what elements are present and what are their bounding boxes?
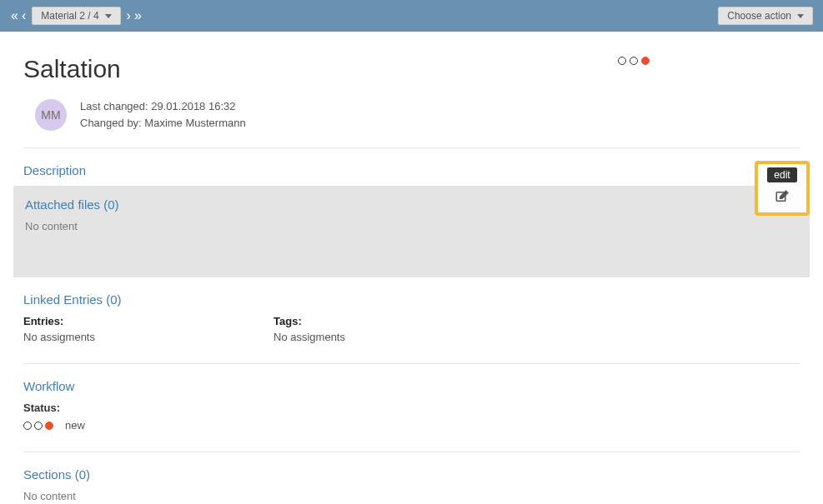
chevron-last-icon: »	[133, 8, 143, 23]
nav-next-last[interactable]: › »	[126, 8, 143, 23]
dot-filled-icon	[641, 57, 650, 65]
edit-highlight-box: edit	[755, 161, 810, 216]
status-value: new	[65, 419, 85, 432]
description-heading[interactable]: Description	[23, 163, 800, 177]
last-changed-text: Last changed: 29.01.2018 16:32	[80, 98, 246, 115]
choose-action-button[interactable]: Choose action	[718, 7, 813, 25]
sections-no-content: No content	[23, 490, 800, 502]
choose-action-label: Choose action	[727, 10, 791, 22]
attached-files-section: Attached files (0) No content edit	[13, 186, 810, 277]
chevron-down-icon	[105, 14, 112, 18]
entries-value: No assigments	[23, 331, 273, 343]
tags-value: No assigments	[273, 331, 524, 343]
workflow-section: Workflow Status: new	[23, 379, 800, 432]
avatar: MM	[35, 99, 67, 131]
entries-label: Entries:	[23, 315, 273, 327]
linked-entries-section: Linked Entries (0) Entries: No assigment…	[23, 292, 800, 343]
status-indicator-top	[618, 57, 650, 65]
dot-icon	[23, 422, 32, 430]
sections-heading[interactable]: Sections (0)	[23, 467, 800, 482]
workflow-heading[interactable]: Workflow	[23, 379, 800, 393]
topbar: « ‹ Material 2 / 4 › » Choose action	[0, 0, 823, 32]
dot-filled-icon	[45, 422, 53, 430]
divider	[23, 147, 800, 148]
chevron-down-icon	[797, 14, 804, 18]
status-label: Status:	[23, 402, 800, 414]
attached-no-content: No content	[25, 220, 798, 232]
changed-by-text: Changed by: Maxime Mustermann	[80, 115, 246, 132]
chevron-next-icon: ›	[126, 8, 132, 23]
divider	[23, 452, 800, 452]
tags-label: Tags:	[273, 315, 524, 327]
sections-section: Sections (0) No content	[23, 467, 800, 502]
dot-icon	[34, 422, 43, 430]
dot-icon	[618, 57, 626, 65]
divider	[23, 363, 800, 364]
page-title: Saltation	[23, 55, 121, 83]
meta-row: MM Last changed: 29.01.2018 16:32 Change…	[23, 98, 800, 131]
nav-first-prev[interactable]: « ‹	[10, 8, 27, 23]
material-selector-button[interactable]: Material 2 / 4	[32, 7, 120, 25]
attached-files-heading[interactable]: Attached files (0)	[25, 197, 798, 212]
edit-icon	[775, 189, 790, 204]
dot-icon	[630, 57, 638, 65]
status-dots	[23, 422, 53, 430]
linked-entries-heading[interactable]: Linked Entries (0)	[23, 292, 800, 307]
chevron-first-icon: «	[10, 8, 19, 23]
chevron-prev-icon: ‹	[21, 8, 27, 23]
material-selector-label: Material 2 / 4	[41, 10, 98, 22]
edit-button[interactable]	[773, 187, 791, 206]
edit-tooltip: edit	[767, 167, 796, 182]
content-area: Saltation MM Last changed: 29.01.2018 16…	[0, 32, 823, 504]
